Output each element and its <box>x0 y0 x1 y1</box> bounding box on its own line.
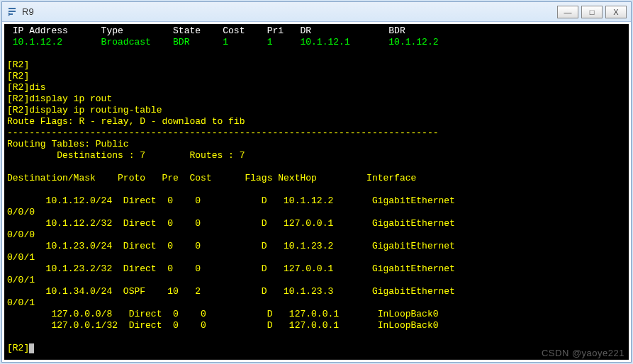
watermark: CSDN @yaoye221 <box>542 348 624 358</box>
app-window: R9 — □ X IP Address Type State Cost Pri … <box>1 1 632 363</box>
cmd-dis: [R2]dis <box>7 82 46 93</box>
route-row: 10.1.23.0/24 Direct 0 0 D 10.1.23.2 Giga… <box>7 241 455 251</box>
ospf-row: 10.1.12.2 Broadcast BDR 1 1 10.1.12.1 10… <box>7 37 439 47</box>
route-row: 10.1.23.2/32 Direct 0 0 D 127.0.0.1 Giga… <box>7 263 455 274</box>
route-row: 127.0.0.1/32 Direct 0 0 D 127.0.0.1 InLo… <box>7 320 439 331</box>
routing-counts: Destinations : 7 Routes : 7 <box>7 150 245 161</box>
terminal[interactable]: IP Address Type State Cost Pri DR BDR 10… <box>4 24 629 360</box>
window-controls: — □ X <box>557 6 627 18</box>
route-row-cont: 0/0/0 <box>7 229 35 240</box>
cmd-display-ip-routing-table: [R2]display ip routing-table <box>7 105 162 115</box>
routing-tables-header: Routing Tables: Public <box>7 139 129 149</box>
route-row-cont: 0/0/1 <box>7 297 35 308</box>
minimize-button[interactable]: — <box>557 6 578 18</box>
route-flags-legend: Route Flags: R - relay, D - download to … <box>7 116 245 127</box>
close-button[interactable]: X <box>605 6 627 18</box>
window-title: R9 <box>22 6 557 17</box>
routing-columns-header: Destination/Mask Proto Pre Cost Flags Ne… <box>7 173 416 183</box>
ospf-header: IP Address Type State Cost Pri DR BDR <box>7 25 405 36</box>
app-icon <box>6 6 18 18</box>
route-row-cont: 0/0/1 <box>7 252 35 263</box>
cursor <box>29 343 34 353</box>
route-row-cont: 0/0/0 <box>7 207 35 217</box>
route-row: 10.1.12.0/24 Direct 0 0 D 10.1.12.2 Giga… <box>7 195 455 206</box>
titlebar: R9 — □ X <box>2 2 631 22</box>
cmd-display-ip-rout: [R2]display ip rout <box>7 93 112 104</box>
prompt-line: [R2] <box>7 71 29 81</box>
separator: ----------------------------------------… <box>7 127 439 138</box>
route-row: 10.1.12.2/32 Direct 0 0 D 127.0.0.1 Giga… <box>7 218 455 229</box>
route-row-cont: 0/0/1 <box>7 275 35 285</box>
terminal-output: IP Address Type State Cost Pri DR BDR 10… <box>7 25 626 354</box>
route-row: 127.0.0.0/8 Direct 0 0 D 127.0.0.1 InLoo… <box>7 309 439 319</box>
prompt-line: [R2] <box>7 59 29 70</box>
prompt-current: [R2] <box>7 343 29 353</box>
terminal-container: IP Address Type State Cost Pri DR BDR 10… <box>2 22 631 362</box>
route-row: 10.1.34.0/24 OSPF 10 2 D 10.1.23.3 Gigab… <box>7 286 455 297</box>
maximize-button[interactable]: □ <box>581 6 603 18</box>
